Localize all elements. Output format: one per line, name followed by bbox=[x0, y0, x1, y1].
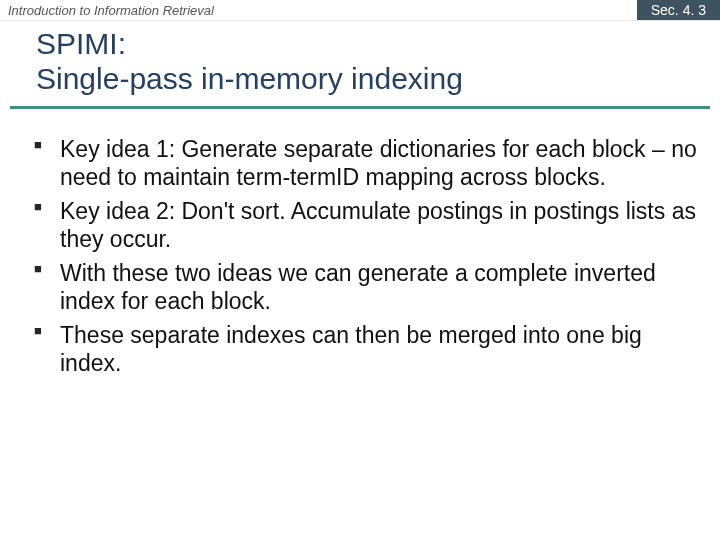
list-item: Key idea 1: Generate separate dictionari… bbox=[34, 135, 700, 191]
bullet-list: Key idea 1: Generate separate dictionari… bbox=[34, 135, 700, 377]
list-item: These separate indexes can then be merge… bbox=[34, 321, 700, 377]
slide-body: Key idea 1: Generate separate dictionari… bbox=[0, 109, 720, 383]
list-item: Key idea 2: Don't sort. Accumulate posti… bbox=[34, 197, 700, 253]
slide: Introduction to Information Retrieval Se… bbox=[0, 0, 720, 540]
title-line-2: Single-pass in-memory indexing bbox=[36, 62, 702, 97]
top-bar: Introduction to Information Retrieval Se… bbox=[0, 0, 720, 21]
section-badge: Sec. 4. 3 bbox=[637, 0, 720, 20]
course-title: Introduction to Information Retrieval bbox=[0, 1, 637, 20]
list-item: With these two ideas we can generate a c… bbox=[34, 259, 700, 315]
title-line-1: SPIMI: bbox=[36, 27, 702, 62]
slide-title: SPIMI: Single-pass in-memory indexing bbox=[0, 21, 720, 102]
